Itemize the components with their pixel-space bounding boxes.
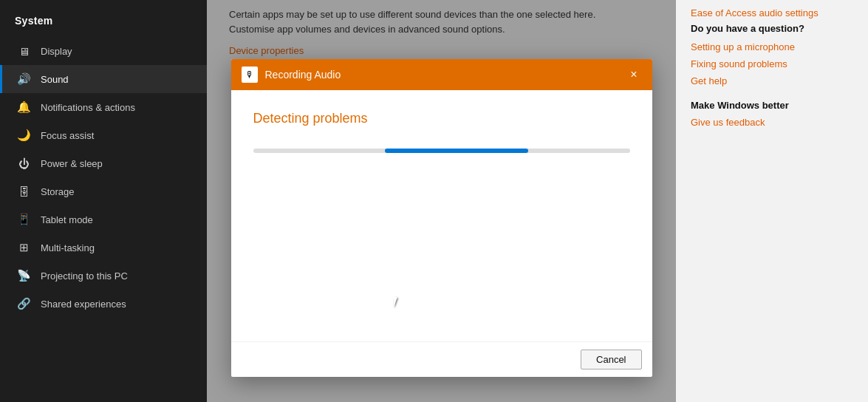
sidebar-item-sound[interactable]: 🔊 Sound [0, 65, 207, 93]
tablet-icon: 📱 [17, 213, 30, 226]
sidebar-item-multitasking[interactable]: ⊞ Multi-tasking [0, 234, 207, 262]
sidebar-title: System [0, 9, 207, 37]
question-title: Do you have a question? [691, 23, 853, 34]
progress-bar-fill [385, 149, 528, 153]
multitasking-icon: ⊞ [17, 241, 30, 254]
feedback-link[interactable]: Give us feedback [691, 117, 853, 128]
sidebar-label-notifications: Notifications & actions [41, 102, 135, 113]
right-panel: Ease of Access audio settings Do you hav… [676, 0, 868, 402]
sidebar-label-tablet: Tablet mode [41, 214, 93, 225]
sidebar-item-notifications[interactable]: 🔔 Notifications & actions [0, 93, 207, 121]
modal-overlay: 🎙 Recording Audio × Detecting problems C… [207, 0, 676, 402]
sidebar-item-focus[interactable]: 🌙 Focus assist [0, 121, 207, 149]
sidebar-item-storage[interactable]: 🗄 Storage [0, 177, 207, 205]
make-better-title: Make Windows better [691, 100, 853, 111]
recording-audio-icon: 🎙 [242, 67, 258, 83]
sidebar-label-focus: Focus assist [41, 130, 94, 141]
storage-icon: 🗄 [17, 185, 30, 198]
sidebar-item-projecting[interactable]: 📡 Projecting to this PC [0, 262, 207, 290]
modal-body: Detecting problems [231, 90, 652, 341]
sidebar-label-power: Power & sleep [41, 158, 103, 169]
shared-icon: 🔗 [17, 297, 30, 310]
setup-mic-link[interactable]: Setting up a microphone [691, 41, 853, 52]
sidebar-item-power[interactable]: ⏻ Power & sleep [0, 149, 207, 177]
sidebar-label-storage: Storage [41, 186, 75, 197]
modal-header: 🎙 Recording Audio × [231, 59, 652, 90]
get-help-link[interactable]: Get help [691, 75, 853, 86]
fix-sound-link[interactable]: Fixing sound problems [691, 58, 853, 69]
notifications-icon: 🔔 [17, 100, 30, 114]
sidebar-label-projecting: Projecting to this PC [41, 270, 128, 282]
ease-of-access-link[interactable]: Ease of Access audio settings [691, 7, 853, 18]
focus-icon: 🌙 [17, 129, 30, 142]
recording-audio-modal: 🎙 Recording Audio × Detecting problems C… [231, 59, 652, 377]
sidebar-label-multitasking: Multi-tasking [41, 242, 95, 253]
sidebar-item-shared[interactable]: 🔗 Shared experiences [0, 290, 207, 318]
display-icon: 🖥 [17, 44, 30, 58]
progress-bar-container [253, 149, 630, 153]
projecting-icon: 📡 [17, 269, 30, 282]
modal-close-button[interactable]: × [626, 67, 641, 82]
sidebar: System 🖥 Display 🔊 Sound 🔔 Notifications… [0, 0, 207, 402]
cursor [394, 297, 403, 310]
power-icon: ⏻ [17, 157, 30, 170]
sound-icon: 🔊 [17, 72, 30, 86]
sidebar-item-tablet[interactable]: 📱 Tablet mode [0, 205, 207, 234]
mic-icon: 🎙 [245, 69, 254, 80]
sidebar-label-sound: Sound [41, 74, 69, 85]
sidebar-label-shared: Shared experiences [41, 299, 126, 310]
cancel-button[interactable]: Cancel [581, 350, 641, 369]
modal-title: Recording Audio [265, 69, 619, 81]
sidebar-label-display: Display [41, 46, 72, 57]
detecting-label: Detecting problems [253, 111, 630, 126]
main-content: Certain apps may be set up to use differ… [207, 0, 676, 402]
modal-footer: Cancel [231, 341, 652, 377]
sidebar-item-display[interactable]: 🖥 Display [0, 37, 207, 65]
